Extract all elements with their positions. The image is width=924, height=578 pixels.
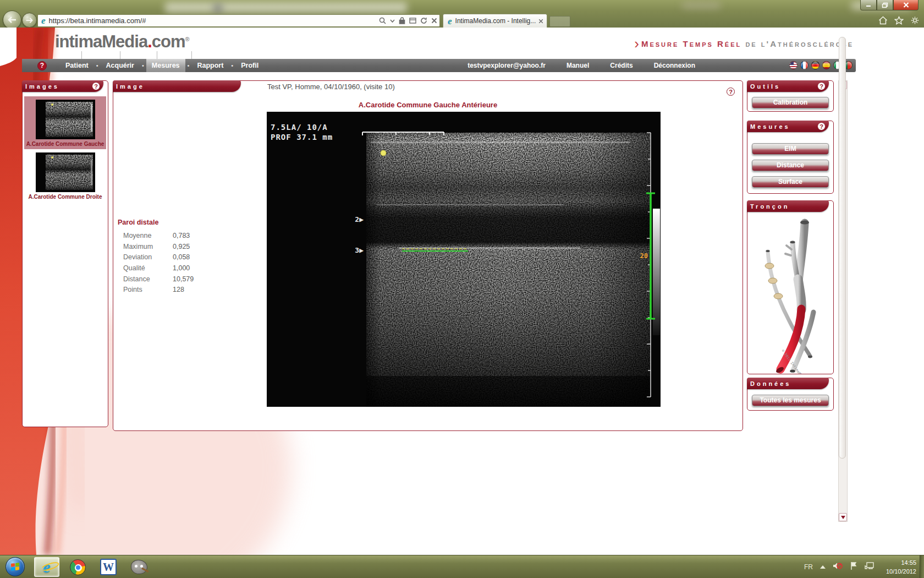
stop-icon[interactable] xyxy=(431,18,437,24)
nav-item-acquerir[interactable]: Acquérir xyxy=(101,59,140,72)
flag-fr-icon[interactable] xyxy=(800,61,809,69)
tab-close-icon[interactable] xyxy=(538,16,543,26)
logo-registered-mark: ® xyxy=(185,36,190,42)
nav-link-credits[interactable]: Crédits xyxy=(610,62,632,69)
taskbar-chrome-icon[interactable] xyxy=(65,557,90,577)
stat-label: Qualité xyxy=(118,264,173,275)
flag-de-icon[interactable] xyxy=(811,61,820,69)
us-overlay-line1: 7.5LA/ 10/A xyxy=(271,123,328,132)
language-indicator[interactable]: FR xyxy=(804,563,813,571)
ultrasound-image[interactable]: 7.5LA/ 10/A PROF 37.1 mm 2▶ 3▶ xyxy=(267,112,661,407)
stat-label: Maximum xyxy=(118,243,173,254)
stat-value: 0,925 xyxy=(173,243,190,254)
favorites-star-icon[interactable] xyxy=(894,16,904,27)
artery-diagram[interactable]: © 2011 IntimaMedia.com xyxy=(747,214,833,374)
stat-row: Maximum0,925 xyxy=(118,243,233,254)
thumbnail-caption: A.Carotide Commune Droite xyxy=(24,194,106,200)
images-panel: Images ? A.Carotide Commune Gauche A.Car… xyxy=(22,80,108,427)
lock-icon xyxy=(399,17,405,24)
header-separator-tick xyxy=(81,51,82,59)
images-panel-title: Images xyxy=(25,83,59,90)
search-icon[interactable] xyxy=(379,17,386,24)
new-tab-button[interactable] xyxy=(549,16,570,27)
image-panel-header: Image xyxy=(113,80,241,92)
close-button[interactable] xyxy=(893,0,919,10)
tab-favicon: e xyxy=(448,17,452,26)
nav-link-manuel[interactable]: Manuel xyxy=(566,62,589,69)
volume-muted-icon[interactable] xyxy=(833,561,843,572)
nav-item-rapport[interactable]: Rapport xyxy=(191,59,229,72)
thumbnail-caption: A.Carotide Commune Gauche xyxy=(24,141,106,147)
address-bar[interactable]: e https://beta.intimamedia.com/# xyxy=(37,14,440,27)
header-separator-tick xyxy=(157,51,157,59)
nav-right-links: testvpexplorer@yahoo.fr Manuel Crédits D… xyxy=(468,62,695,69)
stat-value: 1,000 xyxy=(173,264,190,275)
stat-value: 10,579 xyxy=(173,275,194,286)
web-page: intimaMedia.com® ›Mesure Temps Réel de l… xyxy=(0,28,924,555)
browser-tab[interactable]: e IntimaMedia.com - Intellig... xyxy=(443,14,547,28)
tagline-red-text: Mesure Temps Réel xyxy=(641,39,741,48)
toutes-les-mesures-button[interactable]: Toutes les mesures xyxy=(752,395,829,406)
scroll-down-button[interactable] xyxy=(839,513,847,521)
browser-back-button[interactable] xyxy=(3,10,21,29)
refresh-icon[interactable] xyxy=(420,17,427,24)
site-logo[interactable]: intimaMedia.com® xyxy=(55,32,190,52)
nav-item-profil[interactable]: Profil xyxy=(235,59,264,72)
taskbar-word-icon[interactable]: W xyxy=(96,557,121,577)
us-seed-point[interactable] xyxy=(381,150,386,156)
calibration-button[interactable]: Calibration xyxy=(752,97,829,108)
scrollbar-thumb[interactable] xyxy=(839,37,846,459)
stat-value: 0,058 xyxy=(173,253,190,264)
flag-us-icon[interactable] xyxy=(789,61,798,69)
tools-gear-icon[interactable] xyxy=(910,16,920,27)
nav-item-mesures[interactable]: Mesures xyxy=(146,59,185,72)
outils-help-icon[interactable]: ? xyxy=(817,82,826,90)
distance-button[interactable]: Distance xyxy=(752,160,829,171)
image-panel-title: Image xyxy=(116,83,145,90)
nav-item-patient[interactable]: Patient xyxy=(60,59,94,72)
mesures-help-icon[interactable]: ? xyxy=(817,122,826,130)
thumbnail-item-droite[interactable]: A.Carotide Commune Droite xyxy=(24,149,106,202)
thumbnail-item-gauche[interactable]: A.Carotide Commune Gauche xyxy=(24,96,106,149)
stat-row: Qualité1,000 xyxy=(118,264,233,275)
mesures-panel-title: Mesures xyxy=(750,123,790,130)
logo-text: intimaMedia xyxy=(55,32,147,51)
network-icon[interactable] xyxy=(865,561,875,572)
show-desktop-button[interactable] xyxy=(920,555,924,578)
images-help-icon[interactable]: ? xyxy=(92,82,100,90)
nav-separator: • xyxy=(188,62,190,69)
chevron-down-icon[interactable] xyxy=(390,17,395,24)
flag-es-icon[interactable] xyxy=(822,61,831,69)
hidden-icons-arrow-icon[interactable] xyxy=(820,565,826,569)
stat-row: Deviation0,058 xyxy=(118,253,233,264)
taskbar-clock[interactable]: 14:55 10/10/2012 xyxy=(886,559,916,576)
browser-forward-button[interactable] xyxy=(22,13,37,28)
thumbnail-image[interactable] xyxy=(36,152,95,192)
patient-info: Test VP, Homme, 04/10/1960, (visite 10) xyxy=(267,83,395,91)
taskbar-ie-icon[interactable]: e xyxy=(34,557,59,577)
nav-separator: • xyxy=(231,62,233,69)
url-text[interactable]: https://beta.intimamedia.com/# xyxy=(49,17,375,25)
nav-separator: • xyxy=(96,62,98,69)
troncon-panel: Tronçon xyxy=(747,200,834,374)
image-help-icon[interactable]: ? xyxy=(727,88,735,96)
taskbar-gimp-icon[interactable] xyxy=(127,557,152,577)
start-button[interactable] xyxy=(6,557,25,576)
nav-link-deconnexion[interactable]: Déconnexion xyxy=(654,62,695,69)
thumbnail-image[interactable] xyxy=(36,100,95,139)
surface-button[interactable]: Surface xyxy=(752,176,829,188)
nav-help-icon[interactable]: ? xyxy=(37,61,47,70)
home-icon[interactable] xyxy=(878,16,888,27)
action-center-flag-icon[interactable] xyxy=(850,561,857,572)
background-window-blur xyxy=(682,2,721,9)
nav-separator: • xyxy=(142,62,144,69)
eim-button[interactable]: EIM xyxy=(752,143,829,155)
minimize-button[interactable] xyxy=(860,0,877,10)
tab-title: IntimaMedia.com - Intellig... xyxy=(455,17,538,25)
logo-dot: . xyxy=(147,32,152,51)
main-nav-bar: ? Patient • Acquérir • Mesures • Rapport… xyxy=(22,59,856,72)
stat-row: Distance10,579 xyxy=(118,275,233,286)
restore-button[interactable] xyxy=(877,0,893,10)
compatibility-view-icon[interactable] xyxy=(409,17,416,24)
donnees-panel: Données Toutes les mesures xyxy=(747,378,834,411)
